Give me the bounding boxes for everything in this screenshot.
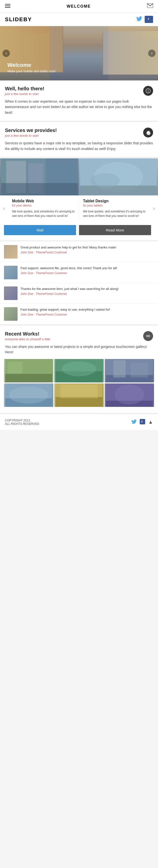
recent-works-section: Recent Works! everyone likes to showoff … <box>0 326 158 414</box>
testimonial-quote-3: Thanks for the awesome item, just what I… <box>21 286 119 291</box>
testimonial-text-2: Fast support, awesome file, good docs, t… <box>21 266 117 275</box>
testimonial-text-1: Great product and awesome help to get fo… <box>21 245 116 254</box>
facebook-icon[interactable]: f <box>145 16 153 23</box>
testimonial-author-4: John Doe - ThemeForest Customer <box>21 313 110 316</box>
footer-rights: ALL RIGHTS RESERVED <box>5 422 39 426</box>
feature-mobile-title: Mobile Web <box>12 199 75 203</box>
services-section-subtitle: just a few words to start <box>5 134 57 137</box>
feature-section: ‹ Mobile Web for your device We love quo… <box>0 158 158 242</box>
hero-slider: Welcome Make your mobile and tablet rock… <box>0 26 158 81</box>
brand-name: SLIDEBY <box>5 16 32 23</box>
works-text: You can share you awesome or latest proj… <box>5 344 153 355</box>
svg-point-26 <box>62 362 96 376</box>
testimonial-author-1: John Doe - ThemeForest Customer <box>21 251 116 254</box>
feature-col-tablet: Tablet Design for your tablets We love q… <box>79 195 150 222</box>
brand-bar: SLIDEBY f <box>0 13 158 26</box>
testimonial-item: Great product and awesome help to get fo… <box>0 242 158 262</box>
hd-label: HD <box>146 335 150 338</box>
testimonial-thumb-4 <box>4 307 18 321</box>
slider-next-button[interactable]: › <box>148 50 156 57</box>
svg-text:f: f <box>148 17 149 21</box>
hd-icon: HD <box>143 331 153 341</box>
work-item-1[interactable] <box>4 359 53 382</box>
svg-rect-19 <box>80 186 157 195</box>
work-item-2[interactable] <box>54 359 104 382</box>
social-icons: f <box>136 16 153 23</box>
works-subtitle: everyone likes to showoff a little <box>5 337 50 341</box>
feature-mobile-text: We love quotes, and sometimes it's annoy… <box>12 209 75 218</box>
feature-image-mobile <box>0 158 79 195</box>
hamburger-icon[interactable] <box>5 3 10 9</box>
feature-tablet-title: Tablet Design <box>83 199 146 203</box>
hello-section-text: When it comes to user experience, we spa… <box>5 99 153 115</box>
hero-overlay: Welcome Make your mobile and tablet rock… <box>7 62 56 73</box>
testimonial-quote-1: Great product and awesome help to get fo… <box>21 245 116 250</box>
hello-section-title: Well, hello there! <box>5 86 44 92</box>
work-item-3[interactable] <box>105 359 154 382</box>
testimonial-item: Fast support, awesome file, good docs, t… <box>0 262 158 283</box>
svg-text:f: f <box>141 420 143 424</box>
svg-rect-8 <box>108 38 158 81</box>
services-section-titles: Services we provides! just a few words t… <box>5 128 57 137</box>
works-row-1 <box>0 359 158 382</box>
footer: COPYRIGHT 2013. ALL RIGHTS RESERVED f ▲ <box>0 414 158 430</box>
hello-section-titles: Well, hello there! just a few words to s… <box>5 86 44 96</box>
scroll-top-icon[interactable]: ▲ <box>148 419 153 425</box>
footer-twitter-icon[interactable] <box>131 420 137 425</box>
testimonial-quote-2: Fast support, awesome file, good docs, t… <box>21 266 117 271</box>
work-item-5[interactable] <box>54 383 104 407</box>
footer-social: f ▲ <box>131 419 153 425</box>
svg-rect-1 <box>5 6 10 6</box>
testimonial-quote-4: Fast loading, great support, easy to use… <box>21 307 110 312</box>
app-header: WELCOME <box>0 0 158 13</box>
svg-rect-7 <box>0 34 50 81</box>
gear-icon <box>143 128 153 137</box>
testimonial-text-3: Thanks for the awesome item, just what I… <box>21 286 119 296</box>
feature-images <box>0 158 158 195</box>
svg-point-39 <box>115 385 144 404</box>
testimonial-item: Thanks for the awesome item, just what I… <box>0 283 158 304</box>
feature-prev-button[interactable]: ‹ <box>0 195 8 222</box>
footer-copyright: COPYRIGHT 2013. <box>5 419 39 422</box>
testimonial-item: Fast loading, great support, easy to use… <box>0 304 158 324</box>
hello-section-subtitle: just a few words to start <box>5 92 44 96</box>
services-section-text: Services or quotes have a major role in … <box>5 141 153 152</box>
svg-rect-23 <box>8 362 23 374</box>
services-section: Services we provides! just a few words t… <box>0 122 158 158</box>
svg-rect-0 <box>5 4 10 5</box>
svg-point-11 <box>148 90 149 91</box>
mail-button[interactable]: Mail <box>4 225 76 235</box>
header-mail-icon[interactable] <box>147 3 153 9</box>
work-item-6[interactable] <box>105 383 154 407</box>
works-header: Recent Works! everyone likes to showoff … <box>0 326 158 344</box>
feature-tablet-text: We love quotes, and sometimes it's annoy… <box>83 209 146 218</box>
footer-facebook-icon[interactable]: f <box>140 419 145 425</box>
feature-mobile-subtitle: for your device <box>12 204 75 207</box>
works-row-2 <box>0 383 158 407</box>
testimonials-section: Great product and awesome help to get fo… <box>0 242 158 326</box>
compass-icon <box>143 86 153 96</box>
works-titles: Recent Works! everyone likes to showoff … <box>5 331 50 341</box>
slider-prev-button[interactable]: ‹ <box>2 50 10 57</box>
read-more-button[interactable]: Read More <box>79 225 151 235</box>
feature-tablet-subtitle: for your tablets <box>83 204 146 207</box>
feature-next-button[interactable]: › <box>150 195 158 222</box>
feature-image-tablet <box>79 158 158 195</box>
testimonial-thumb-2 <box>4 266 18 279</box>
twitter-icon[interactable] <box>136 16 142 23</box>
work-item-4[interactable] <box>4 383 53 407</box>
feature-buttons: Mail Read More <box>0 222 158 240</box>
svg-point-20 <box>90 173 120 188</box>
svg-rect-29 <box>113 360 126 377</box>
testimonial-author-3: John Doe - ThemeForest Customer <box>21 292 119 296</box>
svg-rect-35 <box>56 397 102 407</box>
svg-point-33 <box>9 386 49 404</box>
svg-rect-6 <box>50 26 108 81</box>
feature-col-mobile: Mobile Web for your device We love quote… <box>8 195 79 222</box>
svg-rect-16 <box>1 183 78 195</box>
header-title: WELCOME <box>10 4 147 9</box>
testimonial-thumb-3 <box>4 286 18 300</box>
footer-text: COPYRIGHT 2013. ALL RIGHTS RESERVED <box>5 419 39 426</box>
testimonial-text-4: Fast loading, great support, easy to use… <box>21 307 110 316</box>
svg-rect-2 <box>5 7 10 8</box>
